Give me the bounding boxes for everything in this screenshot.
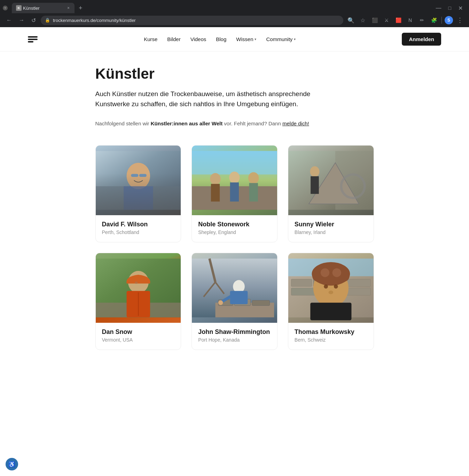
artist-card-thomas[interactable]: Thomas Murkowsky Bern, Schweiz bbox=[288, 253, 374, 350]
svg-rect-7 bbox=[192, 151, 277, 174]
nav-wissen-dropdown[interactable]: Wissen ▾ bbox=[236, 36, 256, 42]
card-body-dan: Dan Snow Vermont, USA bbox=[96, 323, 181, 350]
lock-icon: 🔒 bbox=[45, 18, 50, 23]
search-icon[interactable]: 🔍 bbox=[346, 15, 356, 25]
forward-button[interactable]: → bbox=[17, 16, 26, 25]
artist-location-dan: Vermont, USA bbox=[102, 337, 175, 343]
svg-point-26 bbox=[135, 281, 138, 284]
nav-community-dropdown[interactable]: Community ▾ bbox=[266, 36, 296, 42]
artist-location-john: Port Hope, Kanada bbox=[198, 337, 271, 343]
svg-rect-5 bbox=[139, 174, 146, 177]
svg-rect-4 bbox=[131, 174, 138, 177]
extension-icon-4[interactable]: N bbox=[405, 15, 415, 25]
tab-title: Künstler bbox=[23, 6, 65, 11]
card-body-thomas: Thomas Murkowsky Bern, Schweiz bbox=[288, 323, 374, 350]
artist-location-noble: Shepley, England bbox=[198, 229, 271, 235]
maximize-button[interactable]: □ bbox=[446, 5, 453, 11]
artist-name-noble: Noble Stonework bbox=[198, 221, 271, 228]
desc-mid: vor. Fehlt jemand? Dann bbox=[222, 120, 282, 126]
artist-image-noble bbox=[192, 146, 277, 215]
svg-point-9 bbox=[210, 173, 220, 185]
anmelden-button[interactable]: Anmelden bbox=[402, 33, 441, 46]
card-body-david: David F. Wilson Perth, Schottland bbox=[96, 215, 181, 242]
tab-favicon: K bbox=[16, 5, 22, 11]
svg-point-19 bbox=[310, 166, 319, 177]
artists-grid: David F. Wilson Perth, Schottland bbox=[95, 145, 374, 350]
extension-icon-6[interactable]: 🧩 bbox=[429, 15, 439, 25]
artist-card-john[interactable]: John Shaw-Rimmington Port Hope, Kanada bbox=[191, 253, 278, 350]
close-window-button[interactable]: ✕ bbox=[456, 5, 465, 11]
artist-card-sunny[interactable]: Sunny Wieler Blarney, Irland bbox=[288, 145, 374, 242]
artist-image-david bbox=[96, 146, 181, 215]
accessibility-icon[interactable]: ♿ bbox=[6, 458, 18, 470]
artist-name-david: David F. Wilson bbox=[102, 221, 175, 228]
logo-bar-2 bbox=[28, 39, 38, 40]
bookmark-icon[interactable]: ☆ bbox=[358, 15, 368, 25]
address-bar-row: ← → ↺ 🔒 trockenmauerkurs.de/community/kü… bbox=[0, 13, 469, 27]
artist-card-dan[interactable]: Dan Snow Vermont, USA bbox=[95, 253, 181, 350]
artist-location-david: Perth, Schottland bbox=[102, 229, 175, 235]
desc-link[interactable]: melde dich! bbox=[282, 120, 309, 126]
nav-community-label: Community bbox=[266, 36, 292, 42]
extension-icon-1[interactable]: ⬛ bbox=[370, 15, 380, 25]
page-title: Künstler bbox=[95, 65, 374, 82]
tab-bar: ▼ K Künstler × + — □ ✕ bbox=[0, 0, 469, 13]
main-content: Künstler Auch Künstler nutzen die Trocke… bbox=[68, 52, 402, 378]
page-content: Kurse Bilder Videos Blog Wissen ▾ Commun… bbox=[0, 27, 469, 476]
new-tab-button[interactable]: + bbox=[76, 3, 85, 13]
svg-point-56 bbox=[328, 291, 333, 294]
artist-card-david[interactable]: David F. Wilson Perth, Schottland bbox=[95, 145, 181, 242]
toolbar-divider bbox=[441, 17, 442, 24]
artist-name-sunny: Sunny Wieler bbox=[295, 221, 367, 228]
artist-card-noble[interactable]: Noble Stonework Shepley, England bbox=[191, 145, 278, 242]
logo-bar-1 bbox=[28, 36, 38, 38]
card-body-sunny: Sunny Wieler Blarney, Irland bbox=[288, 215, 374, 242]
nav-links: Kurse Bilder Videos Blog Wissen ▾ Commun… bbox=[144, 36, 296, 42]
profile-button[interactable]: S bbox=[445, 16, 453, 24]
tab-close-button[interactable]: × bbox=[67, 5, 70, 11]
artist-name-dan: Dan Snow bbox=[102, 328, 175, 336]
page-description: Nachfolgend stellen wir Künstler:innen a… bbox=[95, 119, 374, 128]
artist-name-thomas: Thomas Murkowsky bbox=[295, 328, 367, 336]
nav-bilder[interactable]: Bilder bbox=[167, 36, 180, 42]
desc-prefix: Nachfolgend stellen wir bbox=[95, 120, 151, 126]
extension-icon-3[interactable]: 🟥 bbox=[393, 15, 403, 25]
svg-point-38 bbox=[218, 300, 223, 305]
extension-icon-5[interactable]: ✏ bbox=[417, 15, 427, 25]
logo-bar-3 bbox=[28, 41, 33, 42]
refresh-button[interactable]: ↺ bbox=[29, 16, 38, 25]
site-nav: Kurse Bilder Videos Blog Wissen ▾ Commun… bbox=[0, 27, 469, 52]
artist-location-thomas: Bern, Schweiz bbox=[295, 337, 367, 343]
svg-point-11 bbox=[229, 172, 240, 184]
back-button[interactable]: ← bbox=[4, 16, 14, 25]
svg-rect-1 bbox=[96, 186, 181, 210]
svg-rect-36 bbox=[230, 291, 248, 304]
svg-rect-34 bbox=[252, 300, 270, 305]
artist-name-john: John Shaw-Rimmington bbox=[198, 328, 271, 336]
svg-rect-20 bbox=[311, 176, 319, 194]
nav-blog[interactable]: Blog bbox=[216, 36, 226, 42]
nav-wissen-label: Wissen bbox=[236, 36, 253, 42]
nav-videos[interactable]: Videos bbox=[190, 36, 206, 42]
artist-image-thomas bbox=[288, 253, 374, 323]
browser-chrome: ▼ K Künstler × + — □ ✕ ← → ↺ 🔒 trockenma… bbox=[0, 0, 469, 27]
community-chevron-icon: ▾ bbox=[294, 37, 296, 41]
url-text: trockenmauerkurs.de/community/künstler bbox=[53, 18, 339, 23]
svg-rect-41 bbox=[291, 279, 312, 287]
artist-image-john bbox=[192, 253, 277, 323]
svg-point-55 bbox=[334, 284, 338, 289]
extension-icon-2[interactable]: ⚔ bbox=[382, 15, 391, 25]
artist-image-dan bbox=[96, 253, 181, 323]
svg-rect-0 bbox=[96, 151, 181, 210]
more-options-icon[interactable]: ⋮ bbox=[455, 15, 465, 25]
minimize-button[interactable]: — bbox=[434, 5, 444, 11]
svg-point-2 bbox=[126, 163, 150, 189]
svg-point-53 bbox=[332, 268, 341, 277]
nav-kurse[interactable]: Kurse bbox=[144, 36, 157, 42]
active-tab[interactable]: K Künstler × bbox=[12, 3, 75, 13]
svg-point-52 bbox=[321, 268, 329, 277]
site-logo[interactable] bbox=[28, 36, 38, 42]
svg-rect-57 bbox=[310, 303, 351, 320]
address-bar[interactable]: 🔒 trockenmauerkurs.de/community/künstler bbox=[41, 16, 343, 25]
card-body-john: John Shaw-Rimmington Port Hope, Kanada bbox=[192, 323, 277, 350]
